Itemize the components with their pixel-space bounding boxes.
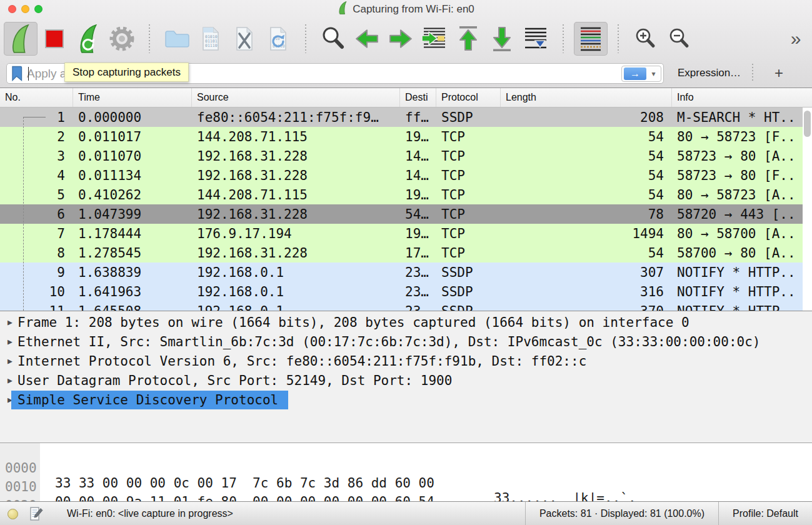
packet-no: 4 xyxy=(0,168,73,183)
expander-icon[interactable]: ▶ xyxy=(0,376,18,385)
column-header-destination[interactable]: Desti xyxy=(400,88,436,107)
packet-destination: 19… xyxy=(400,188,436,202)
folder-icon xyxy=(164,28,190,49)
column-header-time[interactable]: Time xyxy=(73,88,192,107)
window-controls xyxy=(8,5,43,13)
packet-row[interactable]: 10 1.641963 192.168.0.1 23… SSDP 316 NOT… xyxy=(0,282,803,301)
close-button[interactable] xyxy=(8,5,16,13)
expander-icon[interactable]: ▶ xyxy=(0,318,18,327)
detail-row[interactable]: ▶ Frame 1: 208 bytes on wire (1664 bits)… xyxy=(0,312,812,332)
column-header-no[interactable]: No. xyxy=(0,88,73,107)
reload-file-button[interactable]: 110 01110 xyxy=(261,22,295,56)
column-header-info[interactable]: Info xyxy=(672,88,812,107)
app-fin-icon xyxy=(338,1,348,18)
minimize-button[interactable] xyxy=(21,5,29,13)
packet-time: 0.011017 xyxy=(73,129,192,144)
packet-no: 7 xyxy=(0,226,73,241)
packet-protocol: TCP xyxy=(436,246,501,261)
packet-list-scrollbar-thumb[interactable] xyxy=(804,111,811,137)
next-packet-button[interactable] xyxy=(384,22,418,56)
packet-no: 1 xyxy=(0,110,73,125)
stop-capture-button[interactable] xyxy=(38,22,71,56)
packet-length: 316 xyxy=(501,284,672,299)
packet-protocol: TCP xyxy=(436,168,501,183)
find-packet-button[interactable] xyxy=(316,22,350,56)
packet-row[interactable]: 8 1.278545 192.168.31.228 17… TCP 54 587… xyxy=(0,243,803,262)
reload-document-icon: 110 01110 xyxy=(268,26,288,51)
packet-no: 3 xyxy=(0,149,73,164)
previous-packet-button[interactable] xyxy=(350,22,384,56)
packet-row[interactable]: 1 0.000000 fe80::6054:211:f75f:f9… ff… S… xyxy=(0,108,803,127)
restart-capture-button[interactable] xyxy=(71,22,105,56)
packet-time: 0.011134 xyxy=(73,168,192,183)
packet-row[interactable]: 9 1.638839 192.168.0.1 23… SSDP 307 NOTI… xyxy=(0,262,803,282)
packet-row[interactable]: 11 1.645508 192.168.0.1 23… SSDP 370 NOT… xyxy=(0,301,803,311)
detail-row[interactable]: ▶ Ethernet II, Src: Smartlin_6b:7c:3d (0… xyxy=(0,332,812,351)
bookmark-icon[interactable] xyxy=(11,66,23,81)
packet-source: 144.208.71.115 xyxy=(192,188,400,202)
filter-history-caret[interactable]: ▾ xyxy=(646,69,661,78)
column-header-source[interactable]: Source xyxy=(192,88,400,107)
colorize-icon xyxy=(578,26,603,52)
column-header-protocol[interactable]: Protocol xyxy=(436,88,501,107)
packet-source: 192.168.0.1 xyxy=(192,265,400,280)
packet-destination: 19… xyxy=(400,226,436,241)
toolbar-separator xyxy=(149,24,150,53)
expander-icon[interactable]: ▶ xyxy=(0,356,18,366)
expression-button[interactable]: Expression… xyxy=(678,67,741,79)
packet-destination: 14… xyxy=(400,168,436,183)
expander-icon[interactable]: ▶ xyxy=(0,337,18,346)
arrow-right-icon xyxy=(388,28,413,50)
packet-protocol: TCP xyxy=(436,226,501,241)
hex-row[interactable]: 0000 33 33 00 00 00 0c 00 17 7c 6b 7c 3d… xyxy=(0,446,812,464)
packet-destination: 54… xyxy=(400,207,436,222)
auto-scroll-button[interactable] xyxy=(519,22,553,56)
start-capture-button[interactable] xyxy=(4,22,38,56)
toolbar-overflow-button[interactable]: » xyxy=(783,28,808,49)
add-filter-button[interactable]: + xyxy=(769,64,788,82)
capture-options-button[interactable] xyxy=(105,22,139,56)
packet-length: 54 xyxy=(501,129,672,144)
first-packet-button[interactable] xyxy=(451,22,485,56)
apply-filter-button[interactable]: → xyxy=(624,68,646,80)
packet-row[interactable]: 3 0.011070 192.168.31.228 14… TCP 54 587… xyxy=(0,146,803,166)
last-packet-button[interactable] xyxy=(485,22,519,56)
hex-row[interactable]: 0020 02 11 f7 5f f9 1b ff 02 00 00 00 00… xyxy=(0,483,812,501)
gear-icon xyxy=(108,24,136,53)
save-file-button[interactable]: 01010 01101 01110 xyxy=(194,22,228,56)
detail-row-selected[interactable]: ▶ Simple Service Discovery Protocol xyxy=(0,390,812,409)
save-document-icon: 01010 01101 01110 xyxy=(201,26,221,51)
colorize-packets-button[interactable] xyxy=(574,22,608,56)
zoom-in-button[interactable] xyxy=(629,22,663,56)
packet-row[interactable]: 7 1.178444 176.9.17.194 19… TCP 1494 80 … xyxy=(0,224,803,243)
packet-counts-text: Packets: 81 · Displayed: 81 (100.0%) xyxy=(525,502,718,525)
detail-row[interactable]: ▶ Internet Protocol Version 6, Src: fe80… xyxy=(0,351,812,371)
go-to-packet-button[interactable] xyxy=(418,22,451,56)
packet-length: 307 xyxy=(501,265,672,280)
hex-row[interactable]: 0010 00 00 00 9a 11 01 fe 80 00 00 00 00… xyxy=(0,464,812,483)
open-file-button[interactable] xyxy=(160,22,194,56)
packet-no: 6 xyxy=(0,207,73,222)
detail-text: Internet Protocol Version 6, Src: fe80::… xyxy=(18,354,586,369)
packet-info: NOTIFY * HTTP.. xyxy=(672,304,793,311)
close-file-button[interactable] xyxy=(228,22,261,56)
zoom-out-button[interactable] xyxy=(663,22,696,56)
zoom-button[interactable] xyxy=(34,5,43,13)
filter-bar: Apply a display filter … <⌘/> → ▾ Stop c… xyxy=(0,59,812,88)
packet-row[interactable]: 6 1.047399 192.168.31.228 54… TCP 78 587… xyxy=(0,204,803,224)
expert-info-button[interactable] xyxy=(8,509,18,519)
capture-comment-button[interactable] xyxy=(29,506,43,521)
detail-row[interactable]: ▶ User Datagram Protocol, Src Port: 5214… xyxy=(0,371,812,390)
close-document-icon xyxy=(234,26,254,51)
packet-length: 54 xyxy=(501,168,672,183)
packet-info: 58723 → 80 [F.. xyxy=(672,168,793,183)
packet-no: 11 xyxy=(0,304,73,311)
packet-no: 2 xyxy=(0,129,73,144)
packet-row[interactable]: 5 0.410262 144.208.71.115 19… TCP 54 80 … xyxy=(0,185,803,204)
packet-info: 80 → 58723 [A.. xyxy=(672,188,793,202)
profile-button[interactable]: Profile: Default xyxy=(718,502,812,525)
packet-row[interactable]: 4 0.011134 192.168.31.228 14… TCP 54 587… xyxy=(0,166,803,185)
packet-source: 192.168.31.228 xyxy=(192,207,400,222)
column-header-length[interactable]: Length xyxy=(501,88,672,107)
packet-row[interactable]: 2 0.011017 144.208.71.115 19… TCP 54 80 … xyxy=(0,127,803,146)
